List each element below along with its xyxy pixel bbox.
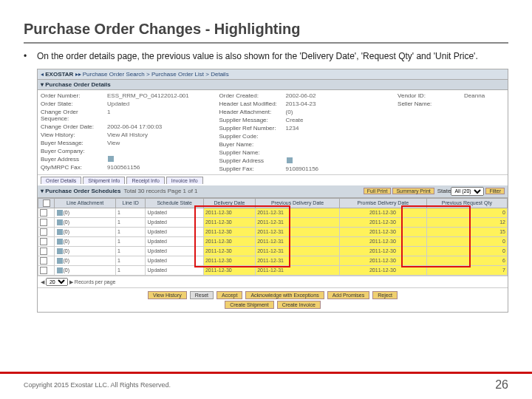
- row-checkbox[interactable]: [40, 248, 47, 255]
- detail-row: Seller Name:: [398, 100, 505, 108]
- add-promises-button[interactable]: Add Promises: [327, 291, 370, 299]
- action-buttons-row: View HistoryResetAcceptAcknowledge with …: [38, 287, 508, 312]
- table-row: (0)1Updated2011-12-302011-12-312011-12-3…: [38, 217, 508, 227]
- attachment-icon: [57, 267, 63, 273]
- attachment-icon: [57, 239, 63, 245]
- row-checkbox[interactable]: [40, 228, 47, 236]
- col-header: [38, 198, 55, 208]
- create-invoice-button[interactable]: Create Invoice: [277, 301, 321, 309]
- col-header: Delivery Date: [203, 198, 255, 208]
- col-header: Previous Delivery Date: [256, 198, 340, 208]
- address-icon: [287, 157, 293, 163]
- detail-row: Buyer Name:: [219, 140, 398, 149]
- detail-row: Change Order Date:2002-06-04 17:00:03: [41, 123, 219, 131]
- records-per-page-select[interactable]: 20: [46, 278, 68, 286]
- table-row: (0)1Updated2011-12-302011-12-312011-12-3…: [38, 246, 508, 256]
- tab-shipment-info[interactable]: Shipment Info: [83, 177, 125, 184]
- detail-row: Header Attachment:(0): [219, 108, 398, 116]
- slide-bullet: • On the order details page, the previou…: [24, 51, 508, 63]
- detail-row: View History:View All History: [41, 131, 219, 139]
- reset-button[interactable]: Reset: [190, 291, 214, 299]
- detail-row: Header Last Modified:2013-04-23: [219, 100, 398, 108]
- col-header: Line ID: [115, 198, 146, 208]
- detail-row: Buyer Message:View: [41, 139, 219, 147]
- table-row: (0)1Updated2011-12-302011-12-312011-12-3…: [38, 227, 508, 236]
- attachment-icon: [57, 219, 63, 225]
- summary-print-button[interactable]: Summary Print: [392, 188, 434, 194]
- detail-row: Buyer Company:: [41, 147, 219, 155]
- section-po-details: ▾ Purchase Order Details: [38, 80, 508, 90]
- attachment-icon: [57, 210, 63, 216]
- table-row: (0)1Updated2011-12-302011-12-312011-12-3…: [38, 265, 508, 275]
- page-number: 26: [495, 378, 508, 392]
- col-header: Promise Delivery Date: [339, 198, 426, 208]
- reject-button[interactable]: Reject: [372, 291, 398, 299]
- pager: ◀ 20 ▶ Records per page: [38, 276, 508, 287]
- app-screenshot: ◂ EXOSTAR ▸▸ Purchase Order Search > Pur…: [37, 69, 508, 313]
- detail-row: Supplier Ref Number:1234: [219, 124, 398, 132]
- detail-row: Qty/MRPC Fax:9100561156: [41, 163, 219, 171]
- tabs-row: Order DetailsShipment InfoReceipt InfoIn…: [38, 174, 508, 185]
- row-checkbox[interactable]: [40, 257, 47, 265]
- tab-invoice-info[interactable]: Invoice Info: [166, 177, 203, 184]
- detail-row: Buyer Address: [41, 155, 219, 163]
- acknowledge-with-exceptions-button[interactable]: Acknowledge with Exceptions: [245, 291, 324, 299]
- table-row: (0)1Updated2011-12-302011-12-312011-12-3…: [38, 236, 508, 246]
- row-checkbox[interactable]: [40, 219, 47, 226]
- detail-row: Change Order Sequence:1: [41, 108, 219, 123]
- detail-row: Order Number:ESS_RRM_PO_04122012-001: [41, 92, 219, 100]
- accept-button[interactable]: Accept: [216, 291, 242, 299]
- detail-row: Supplier Code:: [219, 132, 398, 140]
- attachment-icon: [57, 258, 63, 264]
- detail-row: Supplier Name:: [219, 149, 398, 157]
- title-divider: [24, 42, 508, 44]
- slide-title: Purchase Order Changes - Highlighting: [24, 21, 508, 38]
- breadcrumb: ◂ EXOSTAR ▸▸ Purchase Order Search > Pur…: [38, 69, 508, 80]
- attachment-icon: [57, 248, 63, 254]
- schedules-header: ▾ Purchase Order Schedules Total 30 reco…: [38, 185, 508, 198]
- view-history-button[interactable]: View History: [148, 291, 187, 299]
- address-icon: [108, 156, 114, 162]
- detail-row: Supplier Fax:9108901156: [219, 165, 398, 173]
- full-print-button[interactable]: Full Print: [364, 188, 392, 194]
- col-header: Previous Request Qty: [426, 198, 507, 208]
- col-header: Schedule State: [146, 198, 203, 208]
- tab-receipt-info[interactable]: Receipt Info: [126, 177, 164, 184]
- tab-order-details[interactable]: Order Details: [41, 177, 81, 184]
- detail-row: Supplier Message:Create: [219, 116, 398, 124]
- detail-row: Order Created:2002-06-02: [219, 92, 398, 100]
- po-details-grid: Order Number:ESS_RRM_PO_04122012-001Orde…: [38, 90, 508, 174]
- slide-footer: Copyright 2015 Exostar LLC. All Rights R…: [0, 372, 532, 392]
- bullet-text: On the order details page, the previous …: [37, 51, 478, 63]
- col-header: Line Attachment: [55, 198, 115, 208]
- copyright: Copyright 2015 Exostar LLC. All Rights R…: [24, 381, 495, 389]
- detail-row: Order State:Updated: [41, 100, 219, 108]
- schedules-table: Line AttachmentLine IDSchedule StateDeli…: [38, 198, 508, 276]
- row-checkbox[interactable]: [40, 238, 47, 245]
- filter-button[interactable]: Filter: [485, 188, 505, 194]
- table-row: (0)1Updated2011-12-302011-12-312011-12-3…: [38, 208, 508, 217]
- row-checkbox[interactable]: [40, 267, 47, 274]
- attachment-icon: [57, 229, 63, 235]
- create-shipment-button[interactable]: Create Shipment: [225, 301, 274, 309]
- detail-row: Vendor ID:Deanna: [398, 92, 505, 100]
- detail-row: Supplier Address: [219, 157, 398, 165]
- row-checkbox[interactable]: [40, 209, 47, 216]
- table-row: (0)1Updated2011-12-302011-12-312011-12-3…: [38, 256, 508, 265]
- state-filter-select[interactable]: All (20): [451, 187, 484, 196]
